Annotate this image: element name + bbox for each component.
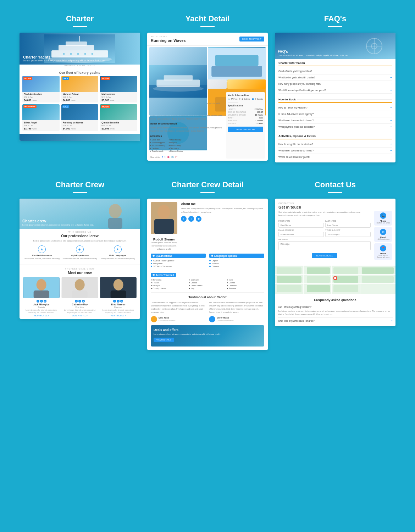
cu-expand-icon-2[interactable]: +: [391, 319, 393, 322]
linkedin-icon[interactable]: in: [171, 155, 173, 159]
faq-book-1[interactable]: How do I book my vacation? +: [278, 105, 392, 111]
faq-hero: FAQ's Lorem ipsum dolor sit amet, consec…: [275, 33, 395, 59]
faq-expand-3[interactable]: +: [390, 82, 392, 85]
yacht-name-2: Maltese Falcon: [63, 93, 97, 95]
crew-language-desc: Lorem ipsum dolor sit, consectetur adipi…: [100, 257, 135, 260]
ccd-qual-title: ◉ Qualifications: [151, 254, 206, 258]
ccd-badge-tw[interactable]: t: [188, 216, 194, 222]
contact-card: CONTACT US Get in touch Sed ut perspicia…: [275, 199, 395, 326]
faq-hero-subtitle: Lorem ipsum dolor sit amet, consectetur …: [278, 54, 349, 56]
crew-pro-title: Our professional crew: [23, 234, 137, 238]
pinterest-icon[interactable]: P: [175, 155, 177, 159]
faq-section-title: FAQ's: [324, 14, 347, 23]
yacht-card-5[interactable]: SALE Running on Waves 47 ft 6 Cab $4,500…: [61, 104, 99, 131]
svg-point-6: [70, 53, 72, 55]
crew-feature-2: ◈ High Experiences Lorem ipsum dolor sit…: [62, 245, 98, 260]
twitter-icon[interactable]: t: [165, 155, 165, 159]
svg-rect-49: [277, 267, 301, 274]
faq-charter-info: Charter Information Can I afford a yacht…: [275, 59, 395, 96]
yacht-card-1[interactable]: MOTOR Stad Amsterdam 47 ft 6 Cab $4,000 …: [22, 76, 60, 102]
social-fb-1[interactable]: f: [37, 300, 39, 303]
faq-item-3[interactable]: How many people are you travelling with?…: [278, 81, 392, 87]
yacht-name-3: Madsummer: [101, 93, 136, 95]
charter-section: Charter: [20, 14, 140, 162]
cu-subject-input[interactable]: [325, 232, 371, 237]
crew-role-3: Engineer: [100, 306, 137, 308]
faq-expand-1[interactable]: +: [390, 70, 392, 73]
yacht-image-1: MOTOR: [22, 76, 60, 92]
yacht-card-4[interactable]: MOTOR SAILER Silver Angel 42 ft 5 Cab $3…: [22, 104, 60, 131]
cu-faq-item-2[interactable]: What kind of yacht should I charter? +: [278, 318, 393, 324]
charter-underline: [73, 26, 87, 27]
ccd-badge-ig[interactable]: ◉: [196, 216, 201, 222]
crew-profile-link-1[interactable]: VIEW PROFILE >: [23, 315, 60, 317]
faq-book-4[interactable]: What payment types are accepted? +: [278, 124, 392, 130]
ccd-deals-text: Deals and offers Lorem ipsum dolor sit a…: [154, 328, 261, 342]
cu-last-name-input[interactable]: [325, 223, 371, 228]
cu-first-name-input[interactable]: [278, 223, 324, 228]
yacht-card-2[interactable]: SALE Maltese Falcon 65 ft 8 Cab $4,800 /…: [61, 76, 99, 102]
yacht-detail-section: Yacht Detail YACHT DETAIL Running on Wav…: [147, 14, 268, 162]
cu-email-row: EMAIL ADDRESS YOUR SUBJECT: [278, 229, 371, 237]
cu-office-item: 📍 Office Come visit us, Barcelona & more: [374, 243, 392, 260]
cu-message-textarea[interactable]: [278, 241, 371, 250]
social-tw-2[interactable]: t: [78, 300, 81, 303]
faq-book-2[interactable]: Is this a full-service travel agency? +: [278, 111, 392, 117]
faq-act-q-1: How do we get to our destination?: [278, 143, 313, 145]
yd-yacht-name: Running on Waves: [151, 38, 186, 43]
yd-book-btn-full[interactable]: BOOK THIS YACHT: [228, 127, 263, 132]
charter-footer-bar: [20, 134, 140, 141]
ccd-avatar: [151, 202, 177, 234]
social-ig-2[interactable]: ◉: [82, 300, 85, 303]
svg-rect-57: [277, 285, 301, 292]
charter-card: Charter Yachts Lorem ipsum dolor sit ame…: [20, 33, 140, 141]
crew-profile-link-2[interactable]: VIEW PROFILE >: [61, 315, 98, 317]
crew-member-img-1: [23, 277, 60, 298]
svg-point-32: [37, 279, 46, 290]
faq-act-q-3: Where do we board our yacht?: [278, 156, 310, 158]
faq-expand-2[interactable]: +: [390, 76, 392, 79]
social-fb-2[interactable]: f: [75, 300, 78, 303]
social-ig-3[interactable]: ◉: [120, 300, 123, 303]
svg-rect-14: [156, 80, 200, 87]
cu-email-input[interactable]: [278, 232, 324, 237]
yd-book-button[interactable]: BOOK THIS YACHT: [239, 37, 264, 41]
cu-expand-icon-1[interactable]: −: [391, 305, 393, 309]
faq-book-q-3: What travel documents do I need?: [278, 119, 314, 122]
faq-act-2[interactable]: What travel documents do I need? +: [278, 148, 392, 154]
crew-name-1: Jack Mitrogiou: [23, 303, 60, 306]
cu-office-val: Come visit us, Barcelona & more: [376, 255, 390, 258]
ccd-deals-btn[interactable]: VIEW DETAILS: [154, 338, 174, 342]
faq-act-1[interactable]: How do we get to our destination? +: [278, 141, 392, 148]
instagram-icon[interactable]: ◉: [167, 155, 170, 159]
faq-item-2[interactable]: What kind of yacht should I charter? +: [278, 74, 392, 81]
charter-crew-title: Charter Crew: [55, 180, 104, 189]
faq-act-3[interactable]: Where do we board our yacht? +: [278, 154, 392, 160]
crew-profile-link-3[interactable]: VIEW PROFILE >: [100, 315, 137, 317]
faq-item-4[interactable]: What if I am not qualified to skipper ou…: [278, 87, 392, 94]
ccd-lang-1: English: [209, 259, 264, 262]
social-tw-1[interactable]: t: [40, 300, 43, 303]
cu-first-name-group: FIRST NAME: [278, 220, 324, 228]
social-ig-1[interactable]: ◉: [44, 300, 46, 303]
social-fb-3[interactable]: f: [113, 300, 116, 303]
cu-content-row: Sed ut perspiciatis unde omnis iste natu…: [278, 211, 392, 260]
social-tw-3[interactable]: t: [117, 300, 120, 303]
main-container: Charter: [0, 0, 415, 382]
faq-book-3[interactable]: What travel documents do I need? +: [278, 117, 392, 124]
faq-item-1[interactable]: Can I afford a yachting vacation? +: [278, 68, 392, 74]
yacht-image-3: MOTOR: [100, 76, 137, 92]
cu-subject-label: YOUR SUBJECT: [325, 229, 371, 231]
facebook-icon[interactable]: f: [162, 155, 163, 159]
cu-submit-button[interactable]: SEND MESSAGE: [312, 253, 337, 258]
yacht-info-4: Silver Angel 42 ft 5 Cab $3,799 /week: [22, 120, 60, 131]
yacht-card-3[interactable]: MOTOR Madsummer 52 ft 7 Cab $5,000 /week: [100, 76, 137, 102]
cu-faq-item-1[interactable]: Can I afford a yachting vacation? − Sed …: [278, 304, 393, 318]
svg-rect-18: [215, 55, 258, 66]
cu-last-name-group: LAST NAME: [325, 220, 371, 228]
ccd-badge-fb[interactable]: f: [181, 216, 187, 222]
faq-expand-4[interactable]: +: [390, 89, 392, 92]
yacht-card-6[interactable]: MOTOR Quinta Essentia 60 ft 9 Cab $5,999…: [100, 104, 137, 131]
svg-rect-30: [108, 218, 122, 229]
svg-point-7: [77, 53, 79, 55]
